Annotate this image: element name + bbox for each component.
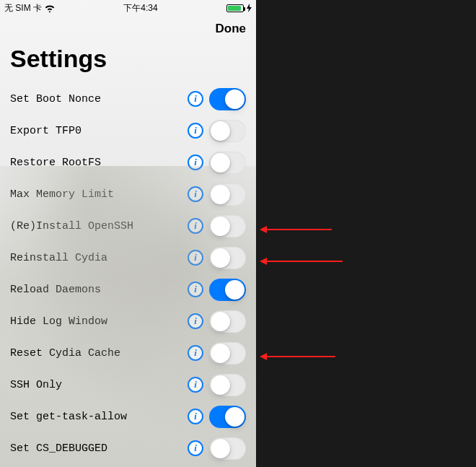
row-controls: i	[188, 247, 246, 269]
toggle-switch[interactable]	[209, 183, 246, 206]
info-icon[interactable]: i	[188, 345, 203, 361]
info-icon[interactable]: i	[188, 440, 203, 456]
page-title: Settings	[0, 40, 256, 83]
toggle-knob	[211, 153, 230, 173]
info-icon[interactable]: i	[188, 313, 203, 329]
setting-label: SSH Only	[10, 379, 188, 391]
row-controls: i	[188, 279, 246, 301]
wifi-icon	[45, 4, 55, 12]
setting-row: Export TFP0i	[0, 115, 256, 147]
row-controls: i	[188, 120, 246, 142]
setting-label: Reinstall Cydia	[10, 252, 188, 264]
toggle-switch[interactable]	[209, 342, 246, 365]
row-controls: i	[188, 215, 246, 237]
sim-status-text: 无 SIM 卡	[4, 2, 42, 14]
toggle-switch[interactable]	[209, 310, 246, 333]
row-controls: i	[188, 406, 246, 428]
toggle-switch[interactable]	[209, 88, 246, 110]
toggle-switch[interactable]	[209, 247, 246, 269]
toggle-knob	[225, 280, 244, 300]
toggle-knob	[211, 248, 230, 268]
toggle-knob	[211, 185, 230, 204]
status-time: 下午4:34	[123, 2, 157, 14]
info-icon[interactable]: i	[188, 123, 203, 139]
setting-row: Reset Cydia Cachei	[0, 337, 256, 369]
setting-row: Hide Log Windowi	[0, 305, 256, 337]
toggle-knob	[225, 407, 244, 427]
setting-row: Reload Daemonsi	[0, 274, 256, 305]
setting-row: Reinstall Cydiai	[0, 242, 256, 274]
toggle-knob	[211, 439, 230, 458]
row-controls: i	[188, 152, 246, 174]
status-right	[226, 4, 252, 12]
setting-label: Set Boot Nonce	[10, 93, 188, 105]
setting-row: Set Boot Noncei	[0, 83, 256, 115]
battery-icon	[226, 4, 244, 12]
nav-bar: Done	[0, 14, 256, 40]
row-controls: i	[188, 437, 246, 460]
setting-row: (Re)Install OpenSSHi	[0, 210, 256, 242]
toggle-switch[interactable]	[209, 374, 246, 396]
toggle-switch[interactable]	[209, 406, 246, 428]
toggle-switch[interactable]	[209, 437, 246, 460]
setting-label: (Re)Install OpenSSH	[10, 220, 188, 232]
setting-row: Set CS_DEBUGGEDi	[0, 432, 256, 464]
annotation-arrow	[267, 356, 335, 357]
status-bar: 无 SIM 卡 下午4:34	[0, 0, 256, 14]
info-icon[interactable]: i	[188, 377, 203, 393]
row-controls: i	[188, 88, 246, 110]
info-icon[interactable]: i	[188, 250, 203, 266]
toggle-switch[interactable]	[209, 215, 246, 237]
toggle-switch[interactable]	[209, 152, 246, 174]
row-controls: i	[188, 374, 246, 396]
annotation-arrow	[267, 261, 343, 262]
setting-row: Restore RootFSi	[0, 147, 256, 178]
setting-label: Export TFP0	[10, 125, 188, 137]
setting-label: Set CS_DEBUGGED	[10, 442, 188, 455]
toggle-knob	[211, 312, 230, 331]
status-left: 无 SIM 卡	[4, 2, 55, 14]
info-icon[interactable]: i	[188, 91, 203, 107]
toggle-switch[interactable]	[209, 120, 246, 142]
toggle-knob	[211, 375, 230, 395]
setting-label: Restore RootFS	[10, 157, 188, 169]
toggle-knob	[211, 217, 230, 236]
setting-label: Reset Cydia Cache	[10, 347, 188, 359]
toggle-switch[interactable]	[209, 279, 246, 301]
row-controls: i	[188, 342, 246, 365]
done-button[interactable]: Done	[216, 22, 247, 36]
setting-row: Set get-task-allowi	[0, 401, 256, 432]
setting-label: Hide Log Window	[10, 315, 188, 328]
row-controls: i	[188, 183, 246, 206]
row-controls: i	[188, 310, 246, 333]
phone-screen: 无 SIM 卡 下午4:34 Done Settings Set Boot No…	[0, 0, 256, 467]
setting-row: SSH Onlyi	[0, 369, 256, 401]
info-icon[interactable]: i	[188, 409, 203, 424]
toggle-knob	[211, 344, 230, 363]
settings-list[interactable]: Set Boot NonceiExport TFP0iRestore RootF…	[0, 83, 256, 464]
annotation-arrow	[267, 229, 332, 230]
info-icon[interactable]: i	[188, 218, 203, 234]
setting-label: Reload Daemons	[10, 284, 188, 296]
setting-row: Max Memory Limiti	[0, 178, 256, 210]
charging-bolt-icon	[247, 4, 252, 12]
info-icon[interactable]: i	[188, 186, 203, 202]
info-icon[interactable]: i	[188, 281, 203, 297]
info-icon[interactable]: i	[188, 154, 203, 170]
toggle-knob	[225, 90, 244, 109]
setting-label: Max Memory Limit	[10, 188, 188, 201]
toggle-knob	[211, 121, 230, 141]
setting-label: Set get-task-allow	[10, 411, 188, 423]
